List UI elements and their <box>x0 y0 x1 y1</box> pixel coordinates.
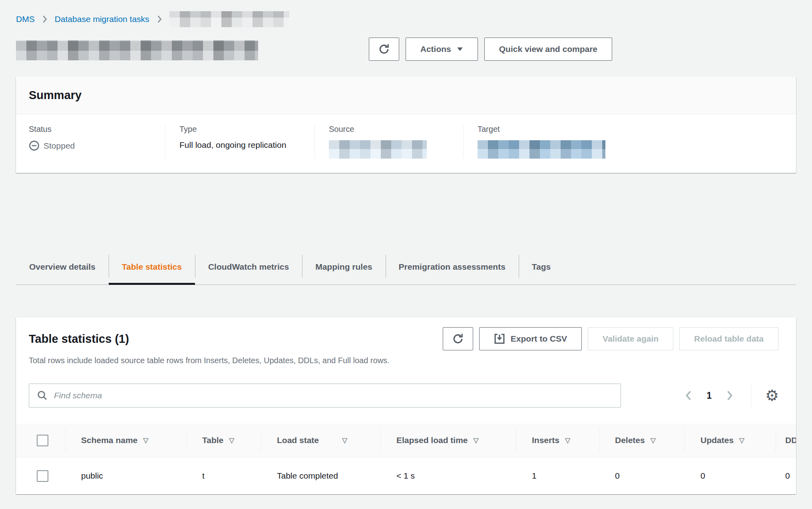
cell-table: t <box>186 457 261 494</box>
summary-field-target: Target <box>463 125 783 159</box>
summary-title: Summary <box>29 89 783 102</box>
breadcrumb-link-migration-tasks[interactable]: Database migration tasks <box>55 14 149 24</box>
cell-deletes: 0 <box>599 457 685 494</box>
table-row: public t Table completed < 1 s 1 0 0 0 <box>16 457 796 494</box>
sort-icon: ▽ <box>739 436 744 445</box>
next-page-button[interactable] <box>720 386 739 405</box>
summary-card: Summary Status Stopped Type Full load, o… <box>16 77 796 173</box>
cell-ddls: 0 <box>776 457 796 494</box>
validate-again-button[interactable]: Validate again <box>588 327 673 350</box>
actions-button[interactable]: Actions <box>406 38 478 61</box>
select-all-cell <box>16 424 65 457</box>
pagination-divider <box>751 384 751 407</box>
download-icon <box>494 333 505 344</box>
refresh-button[interactable] <box>369 38 399 61</box>
sort-icon: ▽ <box>143 436 148 445</box>
actions-button-label: Actions <box>420 44 451 54</box>
type-value: Full load, ongoing replication <box>179 140 314 150</box>
sort-icon: ▽ <box>565 436 570 445</box>
table-statistics-table: Schema name ▽ Table ▽ Load state ▽ Elaps… <box>16 424 796 494</box>
elapsed-header-label: Elapsed load time <box>396 435 468 445</box>
table-header-row: Schema name ▽ Table ▽ Load state ▽ Elaps… <box>16 424 796 457</box>
task-name-redacted <box>16 40 258 60</box>
reload-table-data-button[interactable]: Reload table data <box>679 327 778 350</box>
validate-button-label: Validate again <box>603 334 659 344</box>
table-statistics-title: Table statistics (1) <box>29 332 129 346</box>
updates-header-label: Updates <box>701 435 734 445</box>
task-detail-tabs: Overview details Table statistics CloudW… <box>16 249 796 285</box>
tab-mapping-rules[interactable]: Mapping rules <box>302 249 385 284</box>
find-schema-input[interactable] <box>29 384 621 408</box>
export-button-label: Export to CSV <box>511 334 567 344</box>
page-number-1[interactable]: 1 <box>698 390 720 401</box>
cell-inserts: 1 <box>516 457 599 494</box>
summary-field-status: Status Stopped <box>29 125 165 159</box>
column-header-elapsed-load-time[interactable]: Elapsed load time ▽ <box>380 424 516 457</box>
sort-icon: ▽ <box>229 436 234 445</box>
table-refresh-button[interactable] <box>443 327 473 350</box>
export-to-csv-button[interactable]: Export to CSV <box>479 327 582 350</box>
pagination: 1 ⚙ <box>679 384 783 407</box>
settings-gear-icon[interactable]: ⚙ <box>761 384 783 407</box>
summary-body: Status Stopped Type Full load, ongoing r… <box>16 114 796 173</box>
header-actions: Actions Quick view and compare <box>369 38 612 61</box>
schema-name-header-label: Schema name <box>81 435 137 445</box>
target-endpoint-link-redacted[interactable] <box>478 140 605 159</box>
breadcrumb-current-redacted <box>169 11 289 27</box>
tab-overview-details[interactable]: Overview details <box>16 249 109 284</box>
summary-field-type: Type Full load, ongoing replication <box>165 125 314 159</box>
breadcrumb-link-dms[interactable]: DMS <box>16 14 35 24</box>
stopped-circle-minus-icon <box>29 140 40 151</box>
cell-updates: 0 <box>685 457 776 494</box>
column-header-table[interactable]: Table ▽ <box>186 424 261 457</box>
table-statistics-description: Total rows include loaded source table r… <box>16 356 796 365</box>
status-value: Stopped <box>29 140 165 151</box>
chevron-right-icon <box>42 14 48 24</box>
table-statistics-header: Table statistics (1) Expor <box>16 318 796 350</box>
type-label: Type <box>179 125 314 134</box>
tab-premigration-assessments[interactable]: Premigration assessments <box>386 249 519 284</box>
target-label: Target <box>478 125 783 134</box>
page-header: Actions Quick view and compare <box>16 38 796 61</box>
ddls-header-label: DDLs <box>785 435 796 445</box>
quick-view-button-label: Quick view and compare <box>499 44 597 54</box>
refresh-icon <box>378 43 390 55</box>
reload-button-label: Reload table data <box>694 334 764 344</box>
cell-schema-name: public <box>65 457 186 494</box>
deletes-header-label: Deletes <box>615 435 645 445</box>
refresh-icon <box>452 333 464 345</box>
cell-elapsed-load-time: < 1 s <box>380 457 516 494</box>
status-label: Status <box>29 125 165 134</box>
tab-cloudwatch-metrics[interactable]: CloudWatch metrics <box>195 249 302 284</box>
table-header-label: Table <box>202 435 223 445</box>
select-all-checkbox[interactable] <box>37 435 48 446</box>
tab-tags[interactable]: Tags <box>519 249 564 284</box>
row-checkbox[interactable] <box>37 470 48 482</box>
tab-table-statistics[interactable]: Table statistics <box>109 249 195 284</box>
column-header-schema-name[interactable]: Schema name ▽ <box>65 424 186 457</box>
dms-task-page: DMS Database migration tasks Actions <box>0 0 812 494</box>
quick-view-and-compare-button[interactable]: Quick view and compare <box>484 38 612 61</box>
summary-field-source: Source <box>314 125 463 159</box>
previous-page-button[interactable] <box>679 386 698 405</box>
column-header-updates[interactable]: Updates ▽ <box>685 424 776 457</box>
table-toolbar: 1 ⚙ <box>16 384 796 408</box>
sort-icon: ▽ <box>342 436 347 445</box>
schema-search <box>29 384 621 408</box>
chevron-right-icon <box>157 14 162 24</box>
column-header-ddls[interactable]: DDLs <box>776 424 796 457</box>
column-header-inserts[interactable]: Inserts ▽ <box>516 424 599 457</box>
summary-card-header: Summary <box>16 77 796 114</box>
table-statistics-card: Table statistics (1) Expor <box>16 318 796 494</box>
cell-load-state: Table completed <box>261 457 380 494</box>
load-state-header-label: Load state <box>277 435 319 445</box>
source-label: Source <box>329 125 463 134</box>
column-header-load-state[interactable]: Load state ▽ <box>261 424 380 457</box>
row-select-cell <box>16 457 65 494</box>
sort-icon: ▽ <box>651 436 656 445</box>
column-header-deletes[interactable]: Deletes ▽ <box>599 424 685 457</box>
caret-down-icon <box>457 47 463 51</box>
source-endpoint-link-redacted[interactable] <box>329 140 427 159</box>
inserts-header-label: Inserts <box>532 435 559 445</box>
status-text: Stopped <box>44 141 75 151</box>
